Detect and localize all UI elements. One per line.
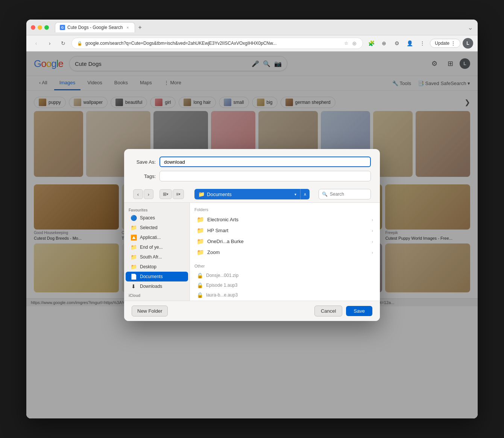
profile-icon[interactable]: 👤 [404, 38, 415, 49]
nav-forward-button[interactable]: › [144, 189, 153, 199]
documents-icon: 📄 [130, 274, 137, 280]
folder-item-onedrive[interactable]: 📁 OneDri...a Burke › [194, 236, 375, 247]
sidebar-label-southafr: South Afr... [140, 254, 162, 260]
toolbar-right: 🧩 ⊕ ⚙ 👤 ⋮ Update ⋮ L [366, 38, 473, 49]
dialog-search-box[interactable]: 🔍 [319, 189, 371, 199]
sidebar-item-endofye[interactable]: 📁 End of ye... [126, 242, 188, 252]
file-name-aup3-2: laura-b...e.aup3 [206, 292, 238, 298]
back-icon: ‹ [137, 192, 139, 197]
sidebar-item-downloads[interactable]: ⬇ Downloads [126, 281, 188, 291]
save-dialog: Save As: Tags: ‹ › [124, 149, 380, 321]
folder-item-zoom[interactable]: 📁 Zoom › [194, 247, 375, 258]
location-dropdown-icon: ▾ [295, 192, 296, 196]
tab-favicon: G [60, 25, 65, 30]
extensions-icon[interactable]: 🧩 [366, 38, 376, 49]
zip-icon: 🔒 [197, 272, 203, 278]
window-minimize-icon[interactable]: ⌄ [468, 23, 473, 32]
search-icon: 🔍 [322, 192, 328, 197]
dialog-footer: New Folder Cancel Save [124, 301, 380, 321]
sidebar-label-endofye: End of ye... [140, 245, 163, 250]
location-name: Documents [207, 192, 232, 197]
view-list-button[interactable]: ≡ ▾ [173, 189, 184, 199]
sidebar-item-desktop[interactable]: 📁 Desktop [126, 262, 188, 272]
folder-name-onedrive: OneDri...a Burke [207, 239, 244, 244]
back-button[interactable]: ‹ [31, 38, 41, 49]
filename-input[interactable] [159, 157, 371, 167]
view-dropdown-icon: ▾ [167, 192, 169, 196]
folder-icon-electronicarts: 📁 [197, 216, 204, 223]
browser-window: G Cute Dogs - Google Search × + ⌄ ‹ › ↻ … [26, 20, 478, 418]
list-view-icon: ≡ [176, 192, 179, 197]
dialog-filelist: Folders 📁 Electronic Arts › 📁 HP Smart › [190, 203, 380, 301]
address-bar: ‹ › ↻ 🔒 google.com/search?q=Cute+Dogs&tb… [26, 35, 478, 52]
update-button[interactable]: Update ⋮ [430, 39, 460, 48]
settings-icon[interactable]: ⚙ [392, 38, 402, 49]
bookmark-icon[interactable]: ☆ [343, 40, 349, 46]
tags-row: Tags: [133, 171, 371, 181]
folder-icon-hpsmart: 📁 [197, 227, 204, 234]
location-collapse-button[interactable]: ∧ [300, 189, 310, 199]
desktop-icon: 📁 [130, 264, 137, 270]
close-button[interactable] [31, 25, 35, 30]
minimize-button[interactable] [38, 25, 42, 30]
new-folder-button[interactable]: New Folder [132, 306, 168, 316]
tab-title: Cute Dogs - Google Search [67, 25, 123, 30]
audio-icon-1: 🔒 [197, 282, 203, 288]
sidebar-label-spaces: Spaces [140, 215, 155, 221]
sidebar-item-selected[interactable]: 📁 Selected [126, 223, 188, 233]
save-as-label: Save As: [133, 159, 156, 165]
endofye-icon: 📁 [130, 244, 137, 250]
reload-button[interactable]: ↻ [58, 38, 68, 49]
folder-arrow-hpsmart-icon: › [372, 228, 373, 233]
toolbar-nav: ‹ › [133, 189, 153, 199]
folder-arrow-zoom-icon: › [372, 250, 373, 255]
sidebar-label-documents: Documents [140, 274, 163, 279]
title-bar: G Cute Dogs - Google Search × + ⌄ [26, 20, 478, 35]
file-item-aup3-1[interactable]: 🔒 Episode 1.aup3 [194, 280, 375, 290]
forward-button[interactable]: › [44, 38, 55, 49]
tags-input[interactable] [159, 171, 371, 181]
new-tab-button[interactable]: + [137, 23, 143, 32]
applications-icon: 🔼 [130, 234, 137, 240]
update-chevron-icon: ⋮ [451, 41, 455, 46]
sidebar-item-southafr[interactable]: 📁 South Afr... [126, 252, 188, 262]
sidebar-label-desktop: Desktop [140, 264, 156, 269]
tab-close-button[interactable]: × [125, 25, 130, 30]
file-item-aup3-2[interactable]: 🔒 laura-b...e.aup3 [194, 290, 375, 300]
more-icon[interactable]: ⋮ [417, 38, 428, 49]
view-grid-button[interactable]: ⊞ ▾ [159, 189, 172, 199]
url-bar[interactable]: 🔒 google.com/search?q=Cute+Dogs&tbm=isch… [71, 38, 363, 49]
chevron-up-icon: ∧ [304, 192, 307, 197]
lens-icon[interactable]: ◎ [351, 40, 357, 46]
url-text: google.com/search?q=Cute+Dogs&tbm=isch&v… [85, 41, 340, 46]
list-dropdown-icon: ▾ [179, 192, 181, 196]
folder-icon-onedrive: 📁 [197, 238, 204, 245]
sidebar-label-applications: Applicati... [140, 235, 161, 240]
dialog-top: Save As: Tags: [124, 149, 380, 186]
nav-back-button[interactable]: ‹ [133, 189, 143, 199]
browser-tab-active[interactable]: G Cute Dogs - Google Search × [55, 22, 135, 32]
dialog-search-input[interactable] [330, 192, 367, 197]
user-avatar[interactable]: L [463, 38, 473, 49]
location-dropdown[interactable]: 📁 Documents ▾ [194, 189, 300, 199]
traffic-lights [31, 25, 49, 30]
sidebar-item-icloud[interactable]: ☁ iCloud Dri... [126, 298, 188, 301]
sidebar-label-selected: Selected [140, 225, 158, 230]
sidebar-item-documents[interactable]: 📄 Documents [126, 272, 188, 281]
maximize-button[interactable] [44, 25, 49, 30]
save-button[interactable]: Save [346, 306, 372, 316]
selected-icon: 📁 [130, 225, 137, 231]
downloads-icon: ⬇ [130, 283, 137, 289]
other-label: Other [194, 262, 375, 271]
view-controls: ⊞ ▾ ≡ ▾ [159, 189, 184, 199]
translate-icon[interactable]: ⊕ [379, 38, 389, 49]
folder-icon: 📁 [198, 191, 205, 197]
cancel-button[interactable]: Cancel [314, 306, 342, 316]
sidebar-item-spaces[interactable]: 🔵 Spaces [126, 213, 188, 223]
dialog-sidebar: Favourites 🔵 Spaces 📁 Selected 🔼 Applica… [124, 203, 190, 301]
file-item-zip[interactable]: 🔒 Donsje...001.zip [194, 271, 375, 280]
sidebar-item-applications[interactable]: 🔼 Applicati... [126, 233, 188, 242]
file-name-aup3-1: Episode 1.aup3 [206, 283, 237, 288]
folder-item-electronicarts[interactable]: 📁 Electronic Arts › [194, 214, 375, 225]
folder-item-hpsmart[interactable]: 📁 HP Smart › [194, 225, 375, 236]
